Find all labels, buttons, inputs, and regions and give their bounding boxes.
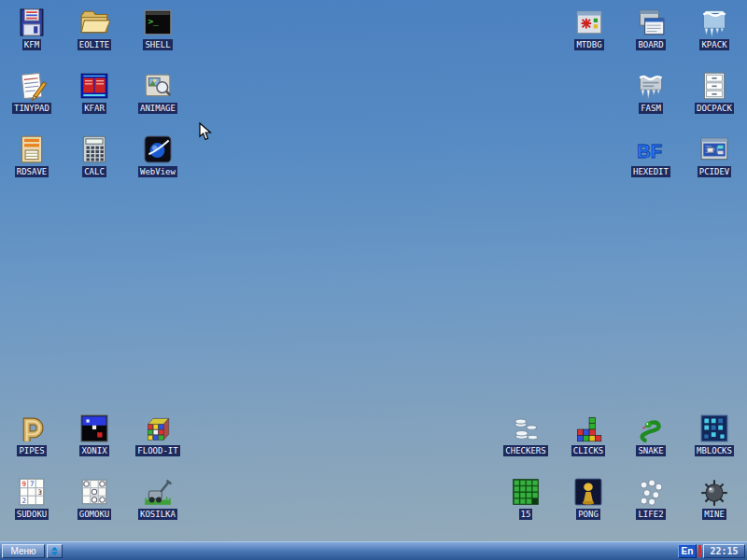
desktop-icon-eolite[interactable]: EOLITE	[64, 7, 124, 50]
icon-label: ANIMAGE	[138, 103, 177, 114]
desktop-icon-webview[interactable]: WebView	[128, 133, 188, 177]
icon-label: WebView	[138, 166, 177, 177]
icon-label: 15	[519, 509, 533, 520]
desktop-icon-life2[interactable]: LIFE2	[621, 476, 681, 520]
icon-label: PCIDEV	[698, 166, 732, 177]
bf-letters-icon: BF	[635, 133, 667, 165]
gold-paddle-icon	[572, 476, 604, 508]
desktop-icon-tinypad[interactable]: TINYPAD	[2, 70, 62, 114]
icon-label: LIFE2	[636, 509, 665, 520]
terminal-icon: >_	[142, 7, 174, 38]
desktop-icon-clicks[interactable]: CLICKS	[558, 413, 618, 456]
minimize-all-button[interactable]	[47, 544, 63, 558]
icon-label: SNAKE	[636, 445, 665, 456]
desktop-icon-hexedit[interactable]: BF HEXEDIT	[621, 133, 681, 177]
sudoku-digit: 7	[30, 480, 34, 488]
image-editor-icon	[142, 70, 174, 102]
desktop-icon-rdsave[interactable]: RDSAVE	[2, 133, 62, 177]
icon-label: FLOOD-IT	[135, 445, 179, 456]
icon-label: KPACK	[699, 39, 728, 50]
desktop-icon-mblocks[interactable]: MBLOCKS	[684, 413, 744, 456]
icon-label: MTDBG	[574, 39, 603, 50]
keyboard-layout-indicator[interactable]: En	[678, 544, 697, 558]
folder-icon	[78, 7, 110, 38]
icon-label: KFAR	[82, 103, 106, 114]
desktop-icon-mtdbg[interactable]: MTDBG	[559, 7, 619, 50]
desktop-icon-gomoku[interactable]: GOMOKU	[64, 476, 124, 520]
globe-browser-icon	[142, 133, 174, 165]
desktop-icon-kfm[interactable]: KFM	[2, 7, 62, 50]
icon-label: CALC	[82, 166, 106, 177]
icon-label: SHELL	[143, 39, 172, 50]
icon-label: BOARD	[636, 39, 665, 50]
desktop-icon-snake[interactable]: SNAKE	[621, 413, 681, 456]
icon-label: FASM	[639, 103, 663, 114]
desktop-icon-board[interactable]: BOARD	[621, 7, 681, 50]
icon-label: XONIX	[79, 445, 108, 456]
menu-button[interactable]: Меню	[2, 544, 45, 558]
icon-label: CHECKERS	[503, 445, 547, 456]
desktop-icon-kosilka[interactable]: KOSILKA	[128, 476, 188, 520]
desktop-icon-pcidev[interactable]: PCIDEV	[684, 133, 744, 177]
sudoku-digit: 9	[21, 480, 25, 488]
icon-label: PIPES	[17, 445, 46, 456]
debugger-gear-icon	[573, 7, 605, 38]
xonix-field-icon	[78, 413, 110, 444]
fifteen-puzzle-icon	[510, 476, 542, 508]
icon-label: KFM	[22, 39, 41, 50]
desktop-icon-xonix[interactable]: XONIX	[64, 413, 124, 456]
icon-label: SUDOKU	[15, 509, 49, 520]
icon-label: EOLITE	[78, 39, 112, 50]
shell-prompt-glyph: >_	[148, 16, 159, 26]
taskbar: Меню En 22:15	[0, 541, 747, 560]
checkers-pieces-icon	[510, 413, 542, 444]
icon-label: MBLOCKS	[695, 445, 734, 456]
marine-blocks-icon	[698, 413, 730, 444]
sudoku-digit: 3	[37, 488, 41, 497]
mouse-cursor	[199, 122, 213, 146]
desktop-icon-calc[interactable]: CALC	[64, 133, 124, 177]
naval-mine-icon	[698, 476, 730, 508]
circuit-board-icon	[698, 133, 730, 165]
notepad-pencil-icon	[16, 70, 48, 102]
desktop-icon-sudoku[interactable]: 9 7 3 2 SUDOKU	[2, 476, 62, 520]
desktop-icon-fifteen[interactable]: 15	[496, 476, 556, 520]
snake-icon	[635, 413, 667, 444]
life-cells-icon	[635, 476, 667, 508]
icon-label: PONG	[576, 509, 600, 520]
floppy-disk-icon	[16, 7, 48, 38]
pipe-letter-p-icon	[16, 413, 48, 444]
clock[interactable]: 22:15	[703, 544, 745, 558]
icon-label: GOMOKU	[78, 509, 112, 520]
desktop-icon-fasm[interactable]: FASM	[621, 70, 681, 114]
desktop-icon-pipes[interactable]: PIPES	[2, 413, 62, 456]
desktop-icon-floodit[interactable]: FLOOD-IT	[128, 413, 188, 456]
desktop-icon-pong[interactable]: PONG	[558, 476, 618, 520]
color-blocks-icon	[572, 413, 604, 444]
icon-label: MINE	[702, 509, 726, 520]
frozen-assembler-icon	[635, 70, 667, 102]
desktop-icon-animage[interactable]: ANIMAGE	[128, 70, 188, 114]
desktop-icon-checkers[interactable]: CHECKERS	[496, 413, 556, 456]
icon-label: KOSILKA	[138, 509, 177, 520]
drawers-cabinet-icon	[698, 70, 730, 102]
rubiks-cube-icon	[142, 413, 174, 444]
desktop-icon-kpack[interactable]: KPACK	[684, 7, 744, 50]
desktop-icon-shell[interactable]: >_ SHELL	[128, 7, 188, 50]
desktop-icon-mine[interactable]: MINE	[684, 476, 744, 520]
icon-label: RDSAVE	[15, 166, 49, 177]
desktop-icon-kfar[interactable]: KFAR	[64, 70, 124, 114]
windows-icon	[635, 7, 667, 38]
double-arrow-icon	[49, 546, 60, 556]
ramdisk-save-icon	[16, 133, 48, 165]
icon-label: TINYPAD	[12, 103, 51, 114]
cpu-load-indicator[interactable]	[698, 545, 701, 557]
go-board-icon	[78, 476, 110, 508]
icon-label: HEXEDIT	[631, 166, 670, 177]
icon-label: CLICKS	[571, 445, 606, 456]
sudoku-grid-icon: 9 7 3 2	[16, 476, 48, 508]
lawnmower-icon	[142, 476, 174, 508]
sudoku-digit: 2	[21, 497, 25, 505]
desktop-icon-docpack[interactable]: DOCPACK	[684, 70, 744, 114]
file-manager-icon	[78, 70, 110, 102]
